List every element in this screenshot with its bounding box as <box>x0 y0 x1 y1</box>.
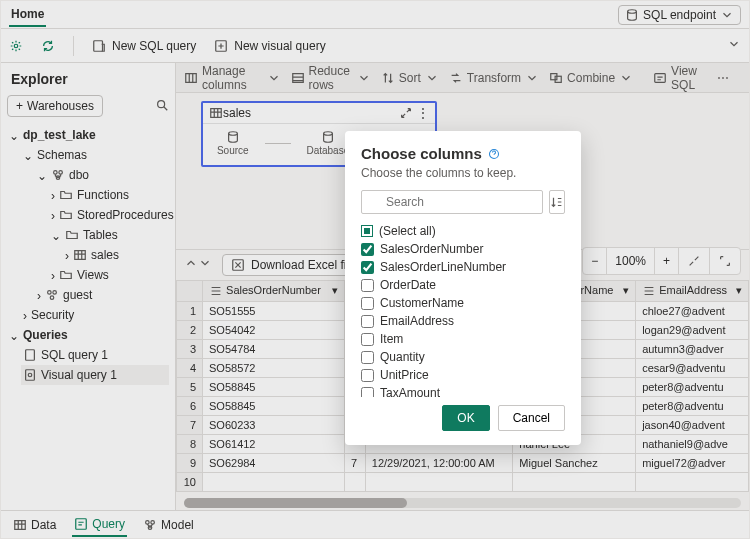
column-label: SalesOrderNumber <box>380 242 483 256</box>
column-checkbox[interactable] <box>361 261 374 274</box>
column-item[interactable]: OrderDate <box>361 276 565 294</box>
sort-az-icon <box>550 195 564 209</box>
column-checkbox[interactable] <box>361 387 374 398</box>
column-item[interactable]: SalesOrderNumber <box>361 240 565 258</box>
column-item[interactable]: CustomerName <box>361 294 565 312</box>
column-item[interactable]: UnitPrice <box>361 366 565 384</box>
column-checkbox[interactable] <box>361 315 374 328</box>
help-icon[interactable] <box>488 148 500 160</box>
column-item[interactable]: SalesOrderLineNumber <box>361 258 565 276</box>
select-all-checkbox[interactable] <box>361 225 373 237</box>
column-label: TaxAmount <box>380 386 440 397</box>
cancel-button[interactable]: Cancel <box>498 405 565 431</box>
column-item[interactable]: Quantity <box>361 348 565 366</box>
column-checkbox[interactable] <box>361 297 374 310</box>
modal-title: Choose columns <box>361 145 482 162</box>
ok-button[interactable]: OK <box>442 405 489 431</box>
column-search-input[interactable] <box>361 190 543 214</box>
select-all-label: (Select all) <box>379 224 436 238</box>
column-checkbox[interactable] <box>361 369 374 382</box>
modal-subtitle: Choose the columns to keep. <box>361 166 565 180</box>
choose-columns-dialog: Choose columns Choose the columns to kee… <box>345 131 581 445</box>
column-label: EmailAddress <box>380 314 454 328</box>
column-label: Item <box>380 332 403 346</box>
column-label: SalesOrderLineNumber <box>380 260 506 274</box>
column-label: CustomerName <box>380 296 464 310</box>
column-item[interactable]: EmailAddress <box>361 312 565 330</box>
column-item[interactable]: Item <box>361 330 565 348</box>
column-checkbox[interactable] <box>361 243 374 256</box>
column-item[interactable]: TaxAmount <box>361 384 565 397</box>
column-label: OrderDate <box>380 278 436 292</box>
column-list: (Select all) SalesOrderNumberSalesOrderL… <box>361 222 565 397</box>
column-label: Quantity <box>380 350 425 364</box>
column-label: UnitPrice <box>380 368 429 382</box>
select-all-row[interactable]: (Select all) <box>361 222 565 240</box>
sort-columns-button[interactable] <box>549 190 565 214</box>
column-checkbox[interactable] <box>361 351 374 364</box>
column-checkbox[interactable] <box>361 279 374 292</box>
column-checkbox[interactable] <box>361 333 374 346</box>
